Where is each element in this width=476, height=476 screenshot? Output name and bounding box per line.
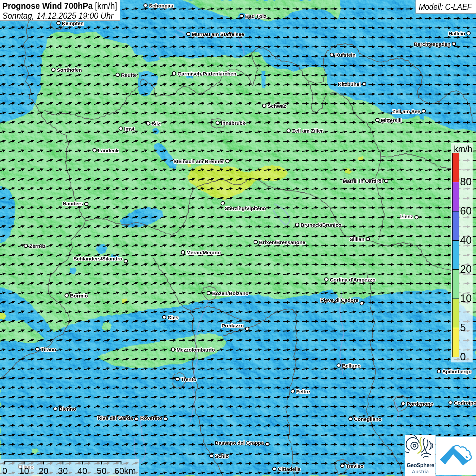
title-datetime: Sonntag, 14.12.2025 19:00 Uhr — [2, 11, 108, 21]
scalebar-label: 20 — [39, 466, 49, 476]
city: Brixen/Bressanone — [254, 239, 305, 245]
city-label: Codroipo — [454, 400, 476, 406]
city-marker — [415, 216, 418, 219]
city-label: Tirano — [41, 346, 56, 352]
city-label: Mittersill — [381, 117, 402, 123]
city-label: Feltre — [296, 389, 310, 394]
geosphere-logo-box: GeoSphere Austria — [405, 435, 436, 476]
city: Cles — [163, 314, 178, 320]
city: Murnau am Staffelsee — [187, 31, 244, 37]
city-label: Bad Tölz — [245, 13, 267, 19]
city-label: Rovereto — [140, 415, 162, 421]
city-marker — [452, 42, 456, 46]
city-label: Belluno — [342, 363, 361, 369]
city: Matrei in Osttirol — [343, 178, 388, 184]
city-label: Spilimbergo — [442, 369, 472, 374]
city-label: Lienz — [400, 214, 413, 219]
city-marker — [262, 104, 266, 107]
city-label: Bassano del Grappa — [215, 440, 264, 446]
scalebar-label: 50 — [97, 466, 107, 476]
city-marker — [266, 442, 269, 446]
city-label: Schlanders/Silandro — [73, 256, 122, 261]
city-label: Meran/Merano — [186, 250, 221, 255]
legend-level-0: 0 — [460, 352, 466, 362]
city-label: Conegliano — [354, 416, 381, 422]
city-marker — [65, 294, 68, 297]
city-label: Nauders — [63, 201, 83, 206]
legend-segment — [453, 182, 459, 211]
city-marker — [210, 454, 213, 458]
city-marker — [362, 82, 366, 86]
city-marker — [376, 118, 379, 122]
city-label: Brixen/Bressanone — [259, 239, 305, 245]
city-label: Landeck — [98, 148, 119, 153]
scale-bar-graphic: 0102030405060km — [0, 459, 139, 476]
city-marker — [221, 202, 224, 205]
city-label: Imst — [124, 126, 135, 132]
city: Steinach am Brenner — [173, 158, 229, 164]
city-marker — [349, 417, 352, 421]
city-marker — [187, 32, 190, 36]
city: Riva del Garda — [98, 415, 138, 421]
city: Bassano del Grappa — [215, 440, 269, 446]
city-marker — [245, 327, 249, 330]
city-marker — [164, 417, 167, 421]
city: Garmisch-Partenkirchen — [172, 71, 236, 76]
city-marker — [295, 223, 299, 226]
city-label: Matrei in Osttirol — [343, 178, 383, 184]
city-marker — [254, 240, 257, 244]
map-scale-bar: 0102030405060km — [0, 459, 139, 476]
city-label: Innsbruck — [221, 120, 245, 126]
city: Bruneck/Brunico — [295, 222, 341, 228]
geosphere-logo-line1: GeoSphere — [405, 462, 436, 469]
city-marker — [54, 407, 57, 410]
city-marker — [116, 73, 119, 76]
city-label: Treviso — [346, 463, 363, 469]
model-box: Modell: C-LAEF — [415, 0, 476, 14]
title-product: Prognose Wind 700hPa — [2, 1, 93, 11]
city-label: Riva del Garda — [98, 415, 133, 421]
legend-segment — [453, 299, 459, 328]
city-label: Murnau am Staffelsee — [192, 31, 244, 37]
city-marker — [93, 149, 96, 152]
city-marker — [240, 14, 243, 18]
city-marker — [52, 68, 55, 71]
city: Silz — [147, 121, 160, 126]
city-label: Mezzolombardo — [176, 347, 215, 353]
city-label: Schongau — [149, 3, 173, 8]
city-marker — [385, 179, 388, 183]
scalebar-label: 40 — [78, 466, 87, 476]
city-label: Bormio — [70, 293, 88, 299]
city-marker — [163, 316, 166, 319]
city: Spilimbergo — [437, 369, 472, 374]
city-marker — [85, 202, 88, 206]
city-label: Hallein — [448, 31, 465, 36]
city-label: Silz — [152, 121, 160, 126]
model-label: Modell: C-LAEF — [416, 0, 467, 12]
city-marker — [181, 251, 185, 254]
city-marker — [341, 464, 344, 468]
scalebar-label: 10 — [19, 466, 29, 476]
city-label: Kitzbühel — [338, 81, 361, 87]
city-label: Reutte — [121, 72, 137, 78]
city-marker — [330, 53, 334, 56]
city-label: Kufstein — [335, 52, 356, 58]
city-marker — [207, 291, 210, 295]
tirol-logo-box — [436, 437, 476, 475]
legend-segment — [453, 153, 459, 182]
title-unit: [km/h] — [93, 1, 117, 11]
city-label: Bruneck/Brunico — [301, 222, 341, 228]
legend-level-80: 80 — [460, 176, 472, 187]
map-title: Prognose Wind 700hPa [km/h] — [2, 1, 110, 11]
city-marker — [144, 4, 147, 7]
city-marker — [57, 21, 60, 25]
city-label: Cles — [168, 314, 178, 320]
city-marker — [176, 377, 179, 381]
city-marker — [402, 402, 405, 405]
wind-map-canvas: SchongauBad TölzKemptenMurnau am Staffel… — [0, 0, 476, 476]
city-marker — [135, 417, 138, 421]
legend-level-20: 20 — [460, 264, 472, 274]
legend-color-bar — [452, 153, 459, 357]
city-marker — [36, 347, 39, 351]
city: Conegliano — [349, 416, 381, 422]
